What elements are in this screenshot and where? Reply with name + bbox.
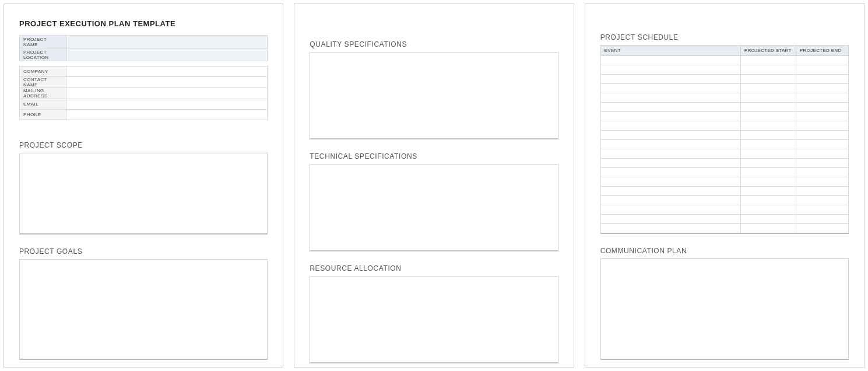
document-title: PROJECT EXECUTION PLAN TEMPLATE <box>19 19 268 28</box>
schedule-cell[interactable] <box>600 103 740 112</box>
schedule-cell[interactable] <box>740 159 796 168</box>
table-row: MAILING ADDRESS <box>20 88 268 99</box>
schedule-cell[interactable] <box>796 75 848 84</box>
schedule-cell[interactable] <box>796 205 848 215</box>
schedule-cell[interactable] <box>740 224 796 233</box>
schedule-cell[interactable] <box>796 187 848 196</box>
table-row <box>600 65 848 75</box>
schedule-cell[interactable] <box>796 121 848 131</box>
schedule-cell[interactable] <box>600 65 740 75</box>
schedule-cell[interactable] <box>600 75 740 84</box>
label-email: EMAIL <box>20 99 66 110</box>
schedule-cell[interactable] <box>740 177 796 187</box>
schedule-cell[interactable] <box>796 177 848 187</box>
table-row <box>600 112 848 121</box>
schedule-cell[interactable] <box>740 215 796 224</box>
table-row <box>600 131 848 140</box>
table-row <box>600 149 848 159</box>
input-mailing-address[interactable] <box>66 88 268 99</box>
schedule-cell[interactable] <box>796 149 848 159</box>
textarea-technical-specs[interactable] <box>310 164 558 251</box>
input-phone[interactable] <box>66 110 268 120</box>
schedule-cell[interactable] <box>796 224 848 233</box>
page-2: QUALITY SPECIFICATIONS TECHNICAL SPECIFI… <box>294 4 574 368</box>
label-project-name: PROJECT NAME <box>20 36 66 48</box>
label-project-location: PROJECT LOCATION <box>20 48 66 61</box>
heading-project-scope: PROJECT SCOPE <box>19 141 268 149</box>
table-row <box>600 224 848 233</box>
table-row <box>600 168 848 177</box>
input-email[interactable] <box>66 99 268 110</box>
schedule-cell[interactable] <box>740 112 796 121</box>
schedule-cell[interactable] <box>740 205 796 215</box>
textarea-communication-plan[interactable] <box>600 258 849 360</box>
input-project-location[interactable] <box>66 48 268 61</box>
schedule-cell[interactable] <box>796 65 848 75</box>
schedule-cell[interactable] <box>796 168 848 177</box>
schedule-cell[interactable] <box>740 93 796 103</box>
schedule-cell[interactable] <box>796 112 848 121</box>
heading-communication-plan: COMMUNICATION PLAN <box>600 247 849 255</box>
table-row <box>600 215 848 224</box>
label-contact-name: CONTACT NAME <box>20 77 66 88</box>
schedule-cell[interactable] <box>796 131 848 140</box>
table-row: PHONE <box>20 110 268 120</box>
schedule-cell[interactable] <box>796 93 848 103</box>
schedule-cell[interactable] <box>740 196 796 205</box>
schedule-cell[interactable] <box>740 121 796 131</box>
schedule-cell[interactable] <box>600 196 740 205</box>
schedule-cell[interactable] <box>600 205 740 215</box>
label-phone: PHONE <box>20 110 66 120</box>
schedule-cell[interactable] <box>796 196 848 205</box>
col-event: EVENT <box>600 46 740 56</box>
schedule-cell[interactable] <box>796 159 848 168</box>
textarea-project-scope[interactable] <box>19 153 268 235</box>
schedule-cell[interactable] <box>740 103 796 112</box>
schedule-cell[interactable] <box>740 75 796 84</box>
schedule-cell[interactable] <box>600 112 740 121</box>
schedule-cell[interactable] <box>796 140 848 149</box>
schedule-cell[interactable] <box>740 84 796 93</box>
schedule-cell[interactable] <box>600 131 740 140</box>
textarea-resource-allocation[interactable] <box>310 276 558 363</box>
schedule-cell[interactable] <box>600 215 740 224</box>
heading-quality-specs: QUALITY SPECIFICATIONS <box>310 40 558 48</box>
schedule-cell[interactable] <box>600 224 740 233</box>
table-row <box>600 56 848 65</box>
table-row <box>600 75 848 84</box>
table-row: PROJECT NAME <box>20 36 268 48</box>
schedule-cell[interactable] <box>796 103 848 112</box>
label-company: COMPANY <box>20 66 66 77</box>
schedule-cell[interactable] <box>600 140 740 149</box>
schedule-cell[interactable] <box>740 149 796 159</box>
schedule-cell[interactable] <box>740 65 796 75</box>
schedule-cell[interactable] <box>600 168 740 177</box>
table-row <box>600 187 848 196</box>
textarea-project-goals[interactable] <box>19 259 268 360</box>
input-project-name[interactable] <box>66 36 268 48</box>
input-company[interactable] <box>66 66 268 77</box>
schedule-cell[interactable] <box>740 131 796 140</box>
schedule-cell[interactable] <box>600 56 740 65</box>
heading-project-goals: PROJECT GOALS <box>19 247 268 256</box>
schedule-cell[interactable] <box>600 187 740 196</box>
schedule-cell[interactable] <box>600 177 740 187</box>
table-row: COMPANY <box>20 66 268 77</box>
schedule-cell[interactable] <box>600 149 740 159</box>
schedule-cell[interactable] <box>600 121 740 131</box>
schedule-cell[interactable] <box>796 56 848 65</box>
schedule-cell[interactable] <box>740 140 796 149</box>
schedule-cell[interactable] <box>600 159 740 168</box>
schedule-cell[interactable] <box>796 84 848 93</box>
schedule-cell[interactable] <box>740 56 796 65</box>
textarea-quality-specs[interactable] <box>310 52 558 139</box>
schedule-cell[interactable] <box>600 84 740 93</box>
input-contact-name[interactable] <box>66 77 268 88</box>
table-row <box>600 103 848 112</box>
table-row <box>600 159 848 168</box>
schedule-cell[interactable] <box>740 168 796 177</box>
schedule-cell[interactable] <box>740 187 796 196</box>
schedule-cell[interactable] <box>600 93 740 103</box>
schedule-cell[interactable] <box>796 215 848 224</box>
table-row: PROJECT LOCATION <box>20 48 268 61</box>
